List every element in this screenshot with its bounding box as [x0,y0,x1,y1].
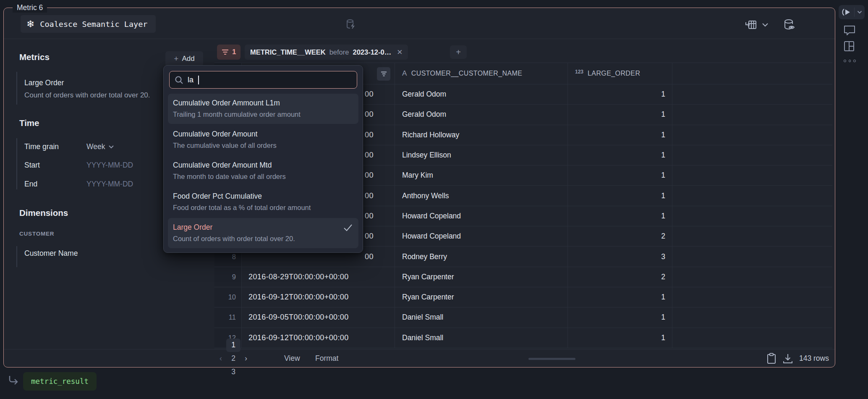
column-filter-icon[interactable] [377,67,390,81]
header-large-order-label: LARGE_ORDER [588,70,640,77]
cell-action-rail [836,0,868,399]
metric-option-title: Cumulative Order Ammount L1m [173,99,353,108]
comment-bubble-icon[interactable] [843,24,856,36]
layout-columns-icon[interactable] [843,40,855,52]
add-metric-label: Add [182,55,194,63]
metric-option-description: Count of orders with order total over 20… [173,235,353,243]
header-spacer [672,63,832,84]
cell-large-order: 1 [568,145,672,165]
table-row: 9 2016-08-29T00:00:00+00:00 Ryan Carpent… [214,267,832,287]
cell-spacer [672,165,832,185]
metric-option[interactable]: Food Order Pct Cumulative Food order tot… [168,187,358,217]
cell-spacer [672,84,832,104]
metric-option[interactable]: Large Order Count of orders with order t… [168,218,358,248]
header-large-order[interactable]: 123 LARGE_ORDER [568,63,672,84]
ellipsis-icon[interactable] [844,60,856,62]
start-date-input[interactable]: YYYY-MM-DD [86,161,133,170]
metric-option-description: The cumulative value of all orders [173,142,353,150]
prev-page-icon[interactable]: ‹ [217,354,225,363]
cell-large-order: 1 [568,307,672,327]
chevron-down-icon [108,145,114,149]
row-count: 143 rows [799,354,829,363]
start-date-label: Start [24,161,40,170]
add-filter-button[interactable]: + [450,45,467,59]
metric-search-dropdown: la Cumulative Order Ammount L1m Trailing… [163,65,363,253]
cell-customer-name: Daniel Small [395,307,568,327]
header-customer-name-label: CUSTOMER__CUSTOMER_NAME [411,70,523,77]
cell-row-index: 11 [214,307,242,327]
metric-option-description: The month to date value of all orders [173,173,353,181]
end-date-input[interactable]: YYYY-MM-DD [86,180,133,189]
text-caret [198,76,199,84]
cell-customer-name: Howard Copeland [395,226,568,246]
metric-option-description: Trailing 1 month cumulative order amount [173,110,353,118]
filter-operator: before [329,48,349,56]
cell-customer-name: Howard Copeland [395,206,568,226]
metric-option[interactable]: Cumulative Order Amount Mtd The month to… [168,156,358,186]
time-grain-select[interactable]: Week [86,142,114,151]
table-footer: ‹ 123 › View Format 143 rows [4,349,835,368]
cell-spacer [672,125,832,145]
metric-option-title: Cumulative Order Amount [173,130,353,139]
download-icon[interactable] [782,353,793,364]
header-customer-name[interactable]: A CUSTOMER__CUSTOMER_NAME [395,63,568,84]
page-button[interactable]: 2 [226,352,241,365]
horizontal-scrollbar[interactable] [528,358,575,360]
metrics-heading: Metrics [19,52,50,62]
remove-filter-icon[interactable]: ✕ [397,48,403,57]
clipboard-icon[interactable] [766,353,776,365]
cell-title-bar: ❄ Coalesce Semantic Layer [4,8,835,39]
metric-option[interactable]: Cumulative Order Ammount L1m Trailing 1 … [168,94,358,124]
cell-spacer [672,328,832,348]
selected-metric-name[interactable]: Large Order [24,79,64,87]
search-query: la [188,76,193,84]
format-button[interactable]: Format [315,349,338,368]
cell-spacer [672,307,832,327]
metric-option[interactable]: Cumulative Order Amount The cumulative v… [168,125,358,155]
output-variable[interactable]: metric_result [23,372,97,391]
cell-metric-time-week: 2016-08-29T00:00:00+00:00 [242,267,395,287]
page-button[interactable]: 1 [226,339,241,352]
cell-metric-time-week: 2016-09-05T00:00:00+00:00 [242,307,395,327]
database-lightning-icon[interactable] [345,18,357,31]
page-button[interactable]: 3 [226,365,241,379]
cell-large-order: 2 [568,226,672,246]
cell-spacer [672,186,832,205]
return-arrow-icon [7,374,20,387]
cell-large-order: 1 [568,84,672,104]
run-cell-icon [839,8,854,16]
filter-chip[interactable]: METRIC_TIME__WEEK before 2023-12-0… ✕ [245,45,408,60]
cell-spacer [672,206,832,226]
database-eye-icon[interactable] [783,18,797,31]
cell-large-order: 1 [568,206,672,226]
search-icon [175,76,183,84]
run-options-chevron-icon[interactable] [855,10,865,14]
cell-customer-name: Lindsey Ellison [395,145,568,165]
cell-large-order: 1 [568,125,672,145]
metric-search-input[interactable]: la [169,71,357,89]
table-row: 10 2016-09-12T00:00:00+00:00 Ryan Carpen… [214,287,832,307]
pagination: ‹ 123 › [217,349,250,368]
view-button[interactable]: View [284,349,300,368]
filter-count-badge[interactable]: 1 [217,45,241,60]
filter-count: 1 [232,48,236,56]
run-cell-button[interactable] [839,5,865,19]
cell-customer-name: Anthony Wells [395,186,568,205]
add-metric-button[interactable]: + Add [165,51,203,66]
cell-row-index: 10 [214,287,242,307]
cell-spacer [672,247,832,266]
time-grain-label: Time grain [24,142,59,151]
coalesce-logo-icon: ❄ [26,19,34,29]
cell-spacer [672,287,832,307]
cell-type-pill[interactable]: ❄ Coalesce Semantic Layer [21,15,156,33]
next-page-icon[interactable]: › [242,354,250,363]
cell-customer-name: Daniel Small [395,328,568,348]
cell-name-label[interactable]: Metric 6 [13,3,47,13]
table-import-icon[interactable] [745,19,758,31]
dimension-item[interactable]: Customer Name [24,249,78,258]
cell-customer-name: Richard Holloway [395,125,568,145]
metric-option-title: Large Order [173,223,353,232]
chevron-down-icon[interactable] [762,23,769,27]
dimensions-heading: Dimensions [19,208,68,218]
cell-large-order: 2 [568,267,672,287]
